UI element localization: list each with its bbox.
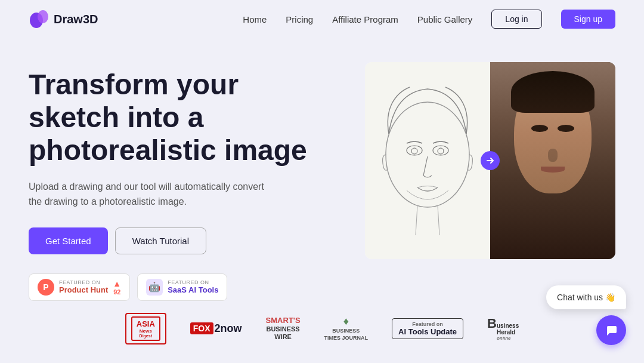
ph-arrow: ▲ <box>113 279 121 288</box>
ph-featured-label: FEATURED ON <box>59 279 108 285</box>
photo-side <box>490 62 615 259</box>
nav-gallery[interactable]: Public Gallery <box>417 14 473 24</box>
chat-bubble: Chat with us 👋 <box>546 285 626 309</box>
saas-text: Featured on SaaS AI Tools <box>168 279 218 294</box>
logo-text: Draw3D <box>54 13 98 26</box>
press-herald: B usiness Herald online <box>487 316 519 341</box>
logo-icon <box>29 8 50 30</box>
image-composite <box>365 62 615 259</box>
sketch-side <box>365 62 490 259</box>
header: Draw3D Home Pricing Affiliate Program Pu… <box>0 0 644 38</box>
main-content: Transform your sketch into a photorealis… <box>0 38 644 301</box>
signup-button[interactable]: Sign up <box>561 10 615 29</box>
saas-name: SaaS AI Tools <box>168 285 218 294</box>
sketch-svg <box>365 62 490 259</box>
svg-rect-2 <box>365 62 490 259</box>
nav-pricing[interactable]: Pricing <box>286 14 313 24</box>
saas-badge[interactable]: 🤖 Featured on SaaS AI Tools <box>137 273 227 301</box>
saas-icon: 🤖 <box>146 279 163 296</box>
svg-point-1 <box>38 10 48 23</box>
cta-buttons: Get Started Watch Tutorial <box>29 227 341 254</box>
chat-widget: Chat with us 👋 <box>546 285 626 345</box>
product-hunt-icon: P <box>38 279 54 296</box>
nav-home[interactable]: Home <box>243 14 267 24</box>
hero-title: Transform your sketch into a photorealis… <box>29 68 315 167</box>
press-asia: ASIA News Digest <box>125 313 166 344</box>
get-started-button[interactable]: Get Started <box>29 227 108 254</box>
ph-name: Product Hunt <box>59 285 108 294</box>
chat-button[interactable] <box>596 315 626 345</box>
badges-row: P FEATURED ON Product Hunt ▲ 92 🤖 Featur… <box>29 273 341 301</box>
nav-affiliate[interactable]: Affiliate Program <box>332 14 398 24</box>
hero-image <box>365 62 615 259</box>
press-btj: ♦ BUSINESSTIMES JOURNAL <box>324 315 369 342</box>
product-hunt-text: FEATURED ON Product Hunt <box>59 279 108 294</box>
main-nav: Home Pricing Affiliate Program Public Ga… <box>243 10 615 29</box>
press-smarts: SMART'S BUSINESS WIRE <box>266 316 301 341</box>
saas-featured-label: Featured on <box>168 279 218 285</box>
hero-text: Transform your sketch into a photorealis… <box>29 56 341 301</box>
product-hunt-badge[interactable]: P FEATURED ON Product Hunt ▲ 92 <box>29 273 130 301</box>
login-button[interactable]: Log in <box>491 10 541 29</box>
transform-arrow <box>481 151 500 170</box>
logo[interactable]: Draw3D <box>29 8 98 30</box>
hero-subtitle: Upload a drawing and our tool will autom… <box>29 179 267 210</box>
ph-score: ▲ 92 <box>113 279 121 296</box>
press-aitools: Featured on AI Tools Update <box>392 318 463 339</box>
watch-tutorial-button[interactable]: Watch Tutorial <box>115 227 206 254</box>
ph-score-value: 92 <box>113 288 120 296</box>
press-fox: FOX 2now <box>190 322 242 335</box>
